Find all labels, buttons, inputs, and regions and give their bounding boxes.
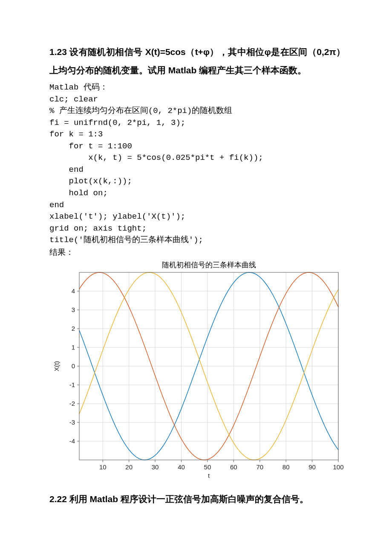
y-tick-label: -1 <box>69 381 75 388</box>
matlab-code-block: clc; clear % 产生连续均匀分布在区间(0, 2*pi)的随机数组 f… <box>49 94 345 246</box>
code-label: Matlab 代码： <box>49 82 345 94</box>
y-tick-label: -3 <box>69 419 75 426</box>
x-tick-label: 20 <box>125 463 133 471</box>
x-tick-label: 80 <box>282 463 290 471</box>
x-tick-label: 40 <box>178 463 185 471</box>
problem-1-heading: 1.23 设有随机初相信号 X(t)=5cos（t+φ），其中相位φ是在区间（0… <box>49 43 345 79</box>
x-tick-label: 50 <box>204 463 211 471</box>
result-label: 结果： <box>49 246 345 258</box>
y-tick-label: 2 <box>72 325 75 332</box>
y-tick-label: -2 <box>69 400 75 407</box>
x-tick-label: 30 <box>152 463 159 471</box>
x-tick-label: 90 <box>308 463 316 471</box>
y-axis-label: X(t) <box>53 361 60 371</box>
chart-figure: 随机初相信号的三条样本曲线102030405060708090100-4-3-2… <box>49 260 343 481</box>
problem-2-heading: 2.22 利用 Matlab 程序设计一正弦信号加高斯白噪声的复合信号。 <box>49 490 345 508</box>
y-tick-label: 3 <box>72 306 75 313</box>
y-tick-label: 1 <box>72 344 75 351</box>
x-tick-label: 70 <box>256 463 263 471</box>
x-tick-label: 100 <box>333 463 343 471</box>
chart-title: 随机初相信号的三条样本曲线 <box>162 261 256 269</box>
x-tick-label: 10 <box>99 463 107 471</box>
y-tick-label: 0 <box>72 362 75 370</box>
y-tick-label: -4 <box>69 437 75 445</box>
x-axis-label: t <box>208 472 210 479</box>
y-tick-label: 4 <box>72 287 75 295</box>
x-tick-label: 60 <box>230 463 237 471</box>
